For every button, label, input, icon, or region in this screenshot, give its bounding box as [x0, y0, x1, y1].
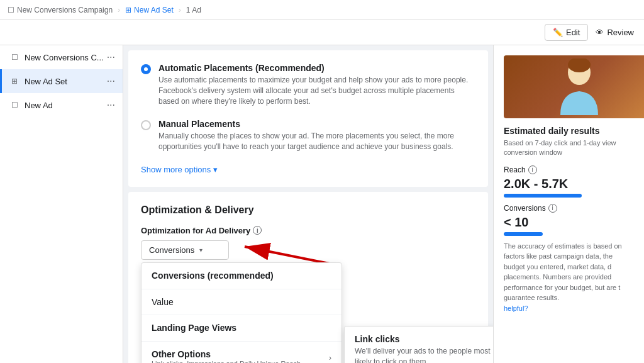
reach-label: Reach i — [504, 165, 634, 174]
campaign-dots-icon[interactable]: ··· — [107, 52, 115, 63]
reach-value: 2.0K - 5.7K — [504, 177, 634, 191]
estimated-note: The accuracy of estimates is based on fa… — [504, 241, 634, 303]
menu-item-value-label: Value — [152, 297, 331, 307]
conversions-label-text: Conversions — [504, 204, 546, 213]
breadcrumb-sep-1: › — [118, 6, 120, 14]
chevron-down-icon: ▾ — [213, 165, 218, 174]
edit-label: Edit — [566, 28, 580, 37]
placements-show-more[interactable]: Show more options ▾ — [141, 165, 475, 174]
campaign-icon: ☐ — [8, 6, 14, 14]
optimization-section: Optimization & Delivery Optimization for… — [128, 192, 488, 363]
adset-dots-icon[interactable]: ··· — [107, 75, 115, 87]
main-panel: Automatic Placements (Recommended) Use a… — [123, 45, 493, 363]
manual-placement-option[interactable]: Manual Placements Manually choose the pl… — [141, 119, 475, 152]
estimated-title: Estimated daily results — [504, 126, 634, 136]
helpful-link[interactable]: helpful? — [504, 304, 528, 312]
manual-placement-title: Manual Placements — [158, 119, 475, 129]
pencil-icon: ✏️ — [553, 28, 563, 37]
action-bar: ✏️ Edit 👁 Review — [0, 20, 644, 45]
automatic-radio[interactable] — [141, 64, 151, 74]
breadcrumb-bar: ☐ New Conversions Campaign › ⊞ New Ad Se… — [0, 0, 644, 20]
menu-item-other-sub: Link clicks, Impressions and Daily Uniqu… — [152, 360, 301, 363]
campaign-sidebar-icon: ☐ — [9, 52, 19, 62]
reach-info-icon[interactable]: i — [528, 165, 537, 174]
adset-icon: ⊞ — [125, 6, 131, 14]
sidebar-item-ad[interactable]: ☐ New Ad ··· — [0, 93, 123, 117]
dropdown-value-label: Conversions — [149, 245, 194, 255]
automatic-placement-desc: Use automatic placements to maximize you… — [158, 75, 475, 106]
ad-sidebar-icon: ☐ — [9, 100, 19, 110]
field-label-text: Optimization for Ad Delivery — [141, 226, 250, 235]
optimization-title: Optimization & Delivery — [141, 204, 475, 216]
sub-item-linkclicks-desc: We'll deliver your ads to the people mos… — [355, 346, 493, 363]
menu-item-conversions-label: Conversions (recommended) — [152, 271, 331, 281]
sidebar-item-campaign[interactable]: ☐ New Conversions C... ··· — [0, 45, 123, 69]
info-icon[interactable]: i — [253, 226, 262, 235]
breadcrumb-sep-2: › — [179, 6, 181, 14]
conversions-info-icon[interactable]: i — [548, 204, 557, 213]
adset-label: New Ad Set — [134, 6, 174, 14]
placements-show-more-label: Show more options — [141, 165, 211, 174]
eye-icon: 👁 — [596, 28, 604, 37]
manual-radio[interactable] — [141, 120, 151, 130]
content-area: Automatic Placements (Recommended) Use a… — [123, 45, 644, 363]
sidebar-adset-label: New Ad Set — [25, 77, 67, 86]
conversions-bar — [504, 232, 543, 236]
sub-item-linkclicks[interactable]: Link clicks We'll deliver your ads to th… — [345, 327, 493, 363]
breadcrumb-ad[interactable]: 1 Ad — [186, 6, 201, 14]
person-svg — [554, 59, 604, 115]
adset-sidebar-icon: ⊞ — [9, 76, 19, 86]
video-thumbnail-area — [504, 55, 634, 118]
ad-label: 1 Ad — [186, 6, 201, 14]
sidebar-item-adset[interactable]: ⊞ New Ad Set ··· — [0, 69, 123, 93]
sidebar: ☐ New Conversions C... ··· ⊞ New Ad Set … — [0, 45, 123, 363]
estimated-subtitle: Based on 7-day click and 1-day view conv… — [504, 138, 634, 158]
edit-button[interactable]: ✏️ Edit — [545, 24, 588, 41]
right-panel: Estimated daily results Based on 7-day c… — [493, 45, 644, 363]
optimization-dropdown-menu: Conversions (recommended) Value Landing … — [141, 262, 342, 363]
menu-item-landing-label: Landing Page Views — [152, 323, 331, 333]
conversions-label: Conversions i — [504, 204, 634, 213]
dropdown-item-value[interactable]: Value — [142, 289, 341, 315]
breadcrumb-adset[interactable]: ⊞ New Ad Set — [125, 6, 174, 14]
other-options-arrow-icon: › — [329, 354, 331, 362]
sub-dropdown-menu: Link clicks We'll deliver your ads to th… — [344, 326, 493, 363]
main-layout: ☐ New Conversions C... ··· ⊞ New Ad Set … — [0, 45, 644, 363]
review-button[interactable]: 👁 Review — [596, 28, 634, 37]
dropdown-item-other[interactable]: Other Options Link clicks, Impressions a… — [142, 342, 341, 363]
optimization-dropdown[interactable]: Conversions ▾ — [141, 240, 229, 260]
automatic-placement-option[interactable]: Automatic Placements (Recommended) Use a… — [141, 63, 475, 106]
dropdown-item-landing[interactable]: Landing Page Views — [142, 315, 341, 342]
placements-card: Automatic Placements (Recommended) Use a… — [128, 50, 488, 187]
breadcrumb-campaign[interactable]: ☐ New Conversions Campaign — [8, 6, 113, 14]
automatic-placement-title: Automatic Placements (Recommended) — [158, 63, 475, 73]
reach-bar — [504, 194, 582, 198]
sub-item-linkclicks-title: Link clicks — [355, 334, 493, 344]
ad-dots-icon[interactable]: ··· — [107, 99, 115, 111]
optimization-field-label: Optimization for Ad Delivery i — [141, 226, 475, 235]
sidebar-ad-label: New Ad — [25, 101, 53, 110]
reach-label-text: Reach — [504, 165, 526, 174]
review-label: Review — [607, 28, 634, 37]
menu-item-other-label: Other Options — [152, 349, 301, 359]
sidebar-campaign-label: New Conversions C... — [25, 53, 104, 62]
manual-placement-desc: Manually choose the places to show your … — [158, 131, 475, 152]
dropdown-arrow-icon: ▾ — [199, 247, 203, 254]
conversions-value: < 10 — [504, 215, 634, 230]
dropdown-item-conversions[interactable]: Conversions (recommended) — [142, 263, 341, 289]
campaign-label: New Conversions Campaign — [17, 6, 113, 14]
video-thumbnail — [504, 55, 644, 118]
